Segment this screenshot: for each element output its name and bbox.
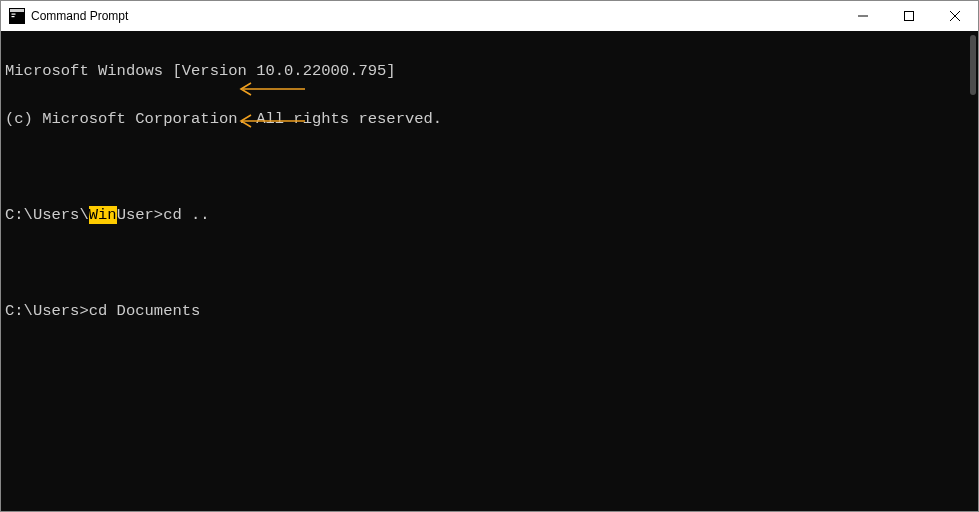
minimize-button[interactable] [840,1,886,31]
svg-rect-3 [12,14,16,15]
blank-line [5,255,974,271]
prompt-line: C:\Users>cd Documents [5,303,974,319]
maximize-button[interactable] [886,1,932,31]
prompt-line: C:\Users\WinUser>cd .. [5,207,974,223]
svg-rect-1 [10,9,24,12]
output-line: (c) Microsoft Corporation. All rights re… [5,111,974,127]
terminal-output: Microsoft Windows [Version 10.0.22000.79… [1,31,978,355]
app-icon [9,8,25,24]
prompt-text: C:\Users\ [5,206,89,224]
window-controls [840,1,978,31]
find-highlight: Win [89,206,117,224]
titlebar[interactable]: Command Prompt [1,1,978,31]
blank-line [5,159,974,175]
prompt-text: User>cd .. [117,206,210,224]
vertical-scrollbar[interactable] [968,31,978,511]
svg-rect-6 [905,12,914,21]
scrollbar-thumb[interactable] [970,35,976,95]
terminal-area[interactable]: Microsoft Windows [Version 10.0.22000.79… [1,31,978,511]
close-button[interactable] [932,1,978,31]
command-prompt-window: Command Prompt Microsoft Windows [Versio… [0,0,979,512]
window-title: Command Prompt [31,9,128,23]
svg-rect-4 [12,16,15,17]
output-line: Microsoft Windows [Version 10.0.22000.79… [5,63,974,79]
